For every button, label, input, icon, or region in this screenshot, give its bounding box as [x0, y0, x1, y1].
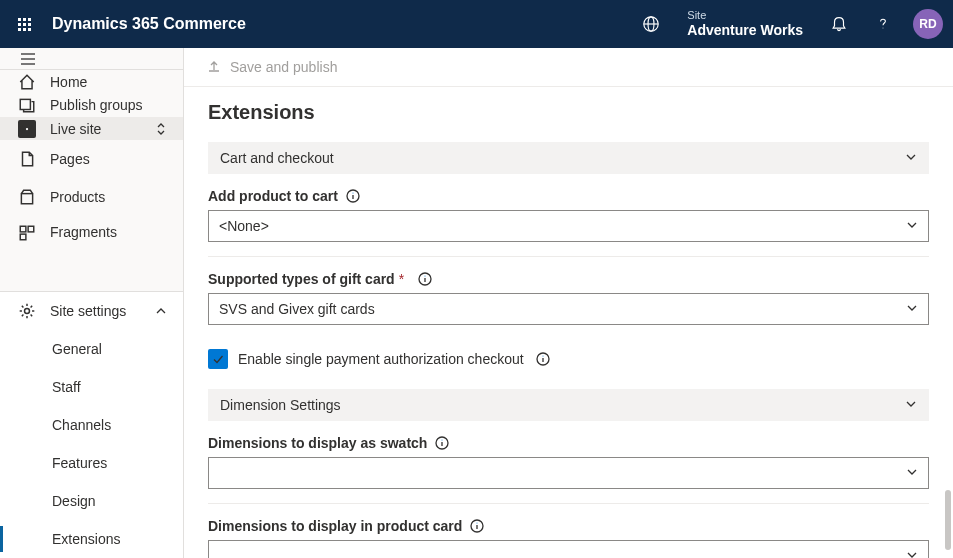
sidebar-item-home[interactable]: Home — [0, 70, 183, 93]
section-title: Dimension Settings — [220, 397, 905, 413]
site-name: Adventure Works — [687, 22, 803, 39]
chevron-down-icon — [906, 218, 918, 234]
section-header-dimensions[interactable]: Dimension Settings — [208, 389, 929, 421]
product-brand: Dynamics 365 Commerce — [52, 15, 246, 33]
sidebar-sub-features[interactable]: Features — [0, 444, 183, 482]
sidebar-item-label: Home — [50, 74, 87, 90]
swatch-dimensions-select[interactable] — [208, 457, 929, 489]
sidebar-item-products[interactable]: Products — [0, 178, 183, 216]
field-label: Dimensions to display in product card — [208, 518, 462, 534]
sidebar-item-live-site[interactable]: Live site — [0, 117, 183, 140]
sidebar-item-label: Site settings — [50, 303, 126, 319]
svg-point-8 — [26, 128, 28, 130]
add-product-to-cart-select[interactable]: <None> — [208, 210, 929, 242]
products-icon — [18, 188, 36, 206]
sidebar-item-site-settings[interactable]: Site settings — [0, 292, 183, 330]
sidebar-sub-staff[interactable]: Staff — [0, 368, 183, 406]
user-avatar[interactable]: RD — [913, 9, 943, 39]
svg-point-25 — [442, 440, 443, 441]
top-bar: Dynamics 365 Commerce Site Adventure Wor… — [0, 0, 953, 48]
chevron-down-icon — [906, 548, 918, 558]
sidebar-sub-general[interactable]: General — [0, 330, 183, 368]
main-content: Save and publish Extensions Cart and che… — [184, 48, 953, 558]
chevron-down-icon — [905, 397, 917, 413]
sidebar-item-label: Fragments — [50, 224, 117, 240]
info-icon[interactable] — [470, 519, 484, 533]
chevron-down-icon — [905, 150, 917, 166]
field-label: Supported types of gift card — [208, 271, 395, 287]
live-site-icon — [18, 120, 36, 138]
sidebar: Home Publish groups Live site Pages Prod… — [0, 48, 184, 558]
svg-rect-11 — [28, 227, 34, 233]
sidebar-item-fragments[interactable]: Fragments — [0, 216, 183, 246]
section-dimension-settings: Dimension Settings Dimensions to display… — [208, 389, 929, 558]
upload-icon — [206, 58, 230, 77]
fragments-icon — [18, 224, 36, 242]
gear-icon — [18, 302, 36, 320]
field-label: Add product to cart — [208, 188, 338, 204]
field-single-payment: Enable single payment authorization chec… — [208, 349, 929, 369]
sidebar-item-label: Products — [50, 189, 105, 205]
svg-point-28 — [477, 523, 478, 524]
app-launcher-icon[interactable] — [0, 0, 48, 48]
section-title: Cart and checkout — [220, 150, 905, 166]
site-label: Site — [687, 9, 803, 22]
sidebar-item-publish-groups[interactable]: Publish groups — [0, 94, 183, 117]
product-card-dimensions-select[interactable] — [208, 540, 929, 558]
section-cart-checkout: Cart and checkout Add product to cart <N… — [208, 142, 929, 369]
sidebar-item-pages[interactable]: Pages — [0, 140, 183, 178]
help-icon[interactable] — [861, 0, 905, 48]
pages-icon — [18, 150, 36, 168]
svg-rect-7 — [20, 100, 30, 110]
sidebar-item-label: Pages — [50, 151, 90, 167]
select-value: <None> — [219, 218, 906, 234]
chevron-up-icon[interactable] — [153, 303, 169, 319]
svg-rect-10 — [20, 227, 26, 233]
field-swatch-dimensions: Dimensions to display as swatch — [208, 435, 929, 489]
required-asterisk: * — [399, 271, 404, 287]
info-icon[interactable] — [346, 189, 360, 203]
svg-point-19 — [425, 276, 426, 277]
field-product-card-dimensions: Dimensions to display in product card — [208, 518, 929, 558]
section-header-cart[interactable]: Cart and checkout — [208, 142, 929, 174]
cmd-label: Save and publish — [230, 59, 337, 75]
sidebar-sub-channels[interactable]: Channels — [0, 406, 183, 444]
sidebar-sub-extensions[interactable]: Extensions — [0, 520, 183, 558]
info-icon[interactable] — [536, 352, 550, 366]
info-icon[interactable] — [418, 272, 432, 286]
command-bar: Save and publish — [184, 48, 953, 87]
sidebar-item-label: Publish groups — [50, 97, 143, 113]
publish-groups-icon — [18, 96, 36, 114]
save-and-publish-button: Save and publish — [206, 58, 337, 77]
notifications-icon[interactable] — [817, 0, 861, 48]
info-icon[interactable] — [435, 436, 449, 450]
svg-point-22 — [542, 356, 543, 357]
svg-point-3 — [883, 28, 884, 29]
chevron-down-icon — [906, 301, 918, 317]
gift-card-type-select[interactable]: SVS and Givex gift cards — [208, 293, 929, 325]
checkbox-label: Enable single payment authorization chec… — [238, 351, 524, 367]
sidebar-sub-design[interactable]: Design — [0, 482, 183, 520]
site-settings-subnav: General Staff Channels Features Design E… — [0, 330, 183, 558]
globe-icon[interactable] — [629, 0, 673, 48]
hamburger-icon[interactable] — [0, 48, 183, 70]
site-switcher[interactable]: Site Adventure Works — [673, 9, 817, 39]
scrollbar-thumb[interactable] — [945, 490, 951, 550]
home-icon — [18, 73, 36, 91]
updown-icon[interactable] — [153, 121, 169, 137]
chevron-down-icon — [906, 465, 918, 481]
select-value: SVS and Givex gift cards — [219, 301, 906, 317]
sidebar-item-label: Live site — [50, 121, 101, 137]
single-payment-checkbox[interactable] — [208, 349, 228, 369]
svg-rect-9 — [21, 194, 32, 204]
field-label: Dimensions to display as swatch — [208, 435, 427, 451]
svg-rect-12 — [20, 234, 26, 240]
page-title: Extensions — [208, 101, 929, 124]
field-add-product-to-cart: Add product to cart <None> — [208, 188, 929, 242]
svg-point-16 — [352, 193, 353, 194]
field-gift-card: Supported types of gift card * SVS and G… — [208, 271, 929, 325]
svg-point-13 — [25, 309, 30, 314]
